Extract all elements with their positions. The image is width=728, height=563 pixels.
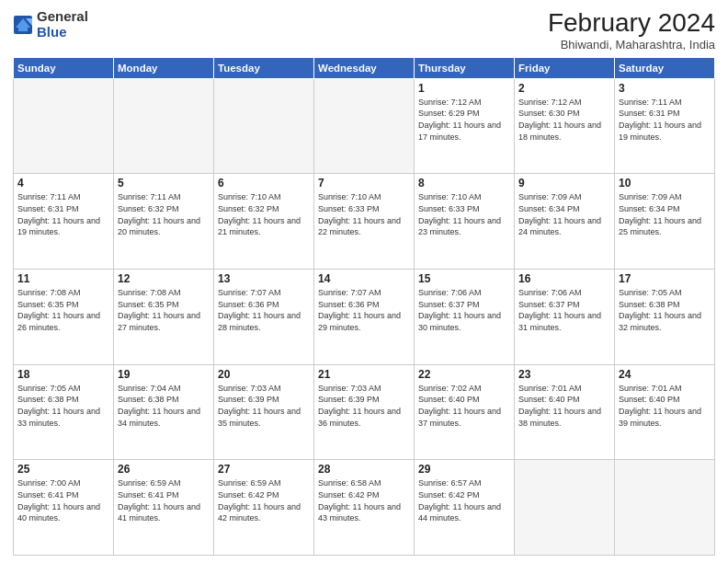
- day-number: 19: [118, 368, 210, 381]
- main-title: February 2024: [548, 9, 715, 38]
- logo: General Blue: [13, 9, 88, 40]
- week-row-3: 18Sunrise: 7:05 AM Sunset: 6:38 PM Dayli…: [14, 364, 715, 460]
- day-info: Sunrise: 7:08 AM Sunset: 6:35 PM Dayligh…: [17, 287, 109, 333]
- weekday-header-monday: Monday: [114, 57, 214, 78]
- day-number: 3: [619, 82, 711, 95]
- week-row-2: 11Sunrise: 7:08 AM Sunset: 6:35 PM Dayli…: [14, 270, 715, 365]
- day-cell: 17Sunrise: 7:05 AM Sunset: 6:38 PM Dayli…: [615, 270, 715, 365]
- day-info: Sunrise: 7:01 AM Sunset: 6:40 PM Dayligh…: [518, 383, 610, 429]
- day-number: 14: [318, 272, 410, 285]
- day-number: 16: [518, 272, 610, 285]
- day-number: 6: [218, 177, 310, 190]
- day-info: Sunrise: 6:59 AM Sunset: 6:42 PM Dayligh…: [218, 477, 310, 523]
- day-info: Sunrise: 7:05 AM Sunset: 6:38 PM Dayligh…: [619, 287, 711, 333]
- weekday-header-tuesday: Tuesday: [214, 57, 314, 78]
- day-cell: 5Sunrise: 7:11 AM Sunset: 6:32 PM Daylig…: [114, 174, 214, 270]
- logo-blue: Blue: [37, 25, 88, 40]
- day-number: 5: [118, 177, 210, 190]
- calendar-body: 1Sunrise: 7:12 AM Sunset: 6:29 PM Daylig…: [14, 78, 715, 555]
- day-info: Sunrise: 7:04 AM Sunset: 6:38 PM Dayligh…: [118, 383, 210, 429]
- day-cell: 11Sunrise: 7:08 AM Sunset: 6:35 PM Dayli…: [14, 270, 114, 365]
- day-number: 28: [318, 463, 410, 476]
- calendar-page: General Blue February 2024 Bhiwandi, Mah…: [0, 0, 728, 563]
- day-cell: 20Sunrise: 7:03 AM Sunset: 6:39 PM Dayli…: [214, 364, 314, 460]
- day-info: Sunrise: 6:58 AM Sunset: 6:42 PM Dayligh…: [318, 477, 410, 523]
- weekday-header-sunday: Sunday: [14, 57, 114, 78]
- day-number: 29: [418, 463, 510, 476]
- day-cell: 1Sunrise: 7:12 AM Sunset: 6:29 PM Daylig…: [415, 78, 515, 174]
- day-info: Sunrise: 7:06 AM Sunset: 6:37 PM Dayligh…: [418, 287, 510, 333]
- day-number: 4: [17, 177, 109, 190]
- day-info: Sunrise: 7:10 AM Sunset: 6:33 PM Dayligh…: [318, 191, 410, 237]
- day-info: Sunrise: 7:12 AM Sunset: 6:29 PM Dayligh…: [418, 97, 510, 143]
- logo-general: General: [37, 9, 88, 25]
- logo-text: General Blue: [37, 9, 88, 40]
- day-info: Sunrise: 7:11 AM Sunset: 6:31 PM Dayligh…: [619, 97, 711, 143]
- day-info: Sunrise: 7:05 AM Sunset: 6:38 PM Dayligh…: [17, 383, 109, 429]
- week-row-4: 25Sunrise: 7:00 AM Sunset: 6:41 PM Dayli…: [14, 460, 715, 556]
- day-number: 18: [17, 368, 109, 381]
- day-info: Sunrise: 7:02 AM Sunset: 6:40 PM Dayligh…: [418, 383, 510, 429]
- day-info: Sunrise: 7:01 AM Sunset: 6:40 PM Dayligh…: [619, 383, 711, 429]
- day-info: Sunrise: 7:09 AM Sunset: 6:34 PM Dayligh…: [619, 191, 711, 237]
- day-cell: [615, 460, 715, 556]
- day-cell: 16Sunrise: 7:06 AM Sunset: 6:37 PM Dayli…: [515, 270, 615, 365]
- day-number: 12: [118, 272, 210, 285]
- day-number: 27: [218, 463, 310, 476]
- day-cell: 8Sunrise: 7:10 AM Sunset: 6:33 PM Daylig…: [415, 174, 515, 270]
- day-number: 1: [418, 82, 510, 95]
- day-number: 26: [118, 463, 210, 476]
- day-info: Sunrise: 6:57 AM Sunset: 6:42 PM Dayligh…: [418, 477, 510, 523]
- day-info: Sunrise: 7:03 AM Sunset: 6:39 PM Dayligh…: [218, 383, 310, 429]
- day-cell: [214, 78, 314, 174]
- day-cell: 25Sunrise: 7:00 AM Sunset: 6:41 PM Dayli…: [14, 460, 114, 556]
- day-number: 2: [518, 82, 610, 95]
- day-info: Sunrise: 7:03 AM Sunset: 6:39 PM Dayligh…: [318, 383, 410, 429]
- day-cell: 29Sunrise: 6:57 AM Sunset: 6:42 PM Dayli…: [415, 460, 515, 556]
- weekday-header-saturday: Saturday: [615, 57, 715, 78]
- day-number: 7: [318, 177, 410, 190]
- day-number: 22: [418, 368, 510, 381]
- day-cell: [314, 78, 415, 174]
- day-info: Sunrise: 7:00 AM Sunset: 6:41 PM Dayligh…: [17, 477, 109, 523]
- day-info: Sunrise: 7:10 AM Sunset: 6:33 PM Dayligh…: [418, 191, 510, 237]
- day-cell: 21Sunrise: 7:03 AM Sunset: 6:39 PM Dayli…: [314, 364, 415, 460]
- day-number: 25: [17, 463, 109, 476]
- day-number: 9: [518, 177, 610, 190]
- week-row-1: 4Sunrise: 7:11 AM Sunset: 6:31 PM Daylig…: [14, 174, 715, 270]
- day-info: Sunrise: 7:08 AM Sunset: 6:35 PM Dayligh…: [118, 287, 210, 333]
- day-cell: 7Sunrise: 7:10 AM Sunset: 6:33 PM Daylig…: [314, 174, 415, 270]
- logo-icon: [13, 15, 33, 35]
- day-cell: 14Sunrise: 7:07 AM Sunset: 6:36 PM Dayli…: [314, 270, 415, 365]
- day-cell: 27Sunrise: 6:59 AM Sunset: 6:42 PM Dayli…: [214, 460, 314, 556]
- day-info: Sunrise: 7:10 AM Sunset: 6:32 PM Dayligh…: [218, 191, 310, 237]
- day-number: 23: [518, 368, 610, 381]
- day-cell: [14, 78, 114, 174]
- day-number: 21: [318, 368, 410, 381]
- day-cell: 15Sunrise: 7:06 AM Sunset: 6:37 PM Dayli…: [415, 270, 515, 365]
- day-cell: 10Sunrise: 7:09 AM Sunset: 6:34 PM Dayli…: [615, 174, 715, 270]
- day-cell: 3Sunrise: 7:11 AM Sunset: 6:31 PM Daylig…: [615, 78, 715, 174]
- day-cell: [114, 78, 214, 174]
- day-info: Sunrise: 7:11 AM Sunset: 6:32 PM Dayligh…: [118, 191, 210, 237]
- weekday-header-wednesday: Wednesday: [314, 57, 415, 78]
- day-info: Sunrise: 7:07 AM Sunset: 6:36 PM Dayligh…: [318, 287, 410, 333]
- weekday-header-row: SundayMondayTuesdayWednesdayThursdayFrid…: [14, 57, 715, 78]
- week-row-0: 1Sunrise: 7:12 AM Sunset: 6:29 PM Daylig…: [14, 78, 715, 174]
- day-number: 20: [218, 368, 310, 381]
- calendar-table: SundayMondayTuesdayWednesdayThursdayFrid…: [13, 57, 715, 556]
- day-cell: 4Sunrise: 7:11 AM Sunset: 6:31 PM Daylig…: [14, 174, 114, 270]
- day-info: Sunrise: 7:11 AM Sunset: 6:31 PM Dayligh…: [17, 191, 109, 237]
- weekday-header-thursday: Thursday: [415, 57, 515, 78]
- title-block: February 2024 Bhiwandi, Maharashtra, Ind…: [548, 9, 715, 52]
- day-number: 24: [619, 368, 711, 381]
- day-cell: 26Sunrise: 6:59 AM Sunset: 6:41 PM Dayli…: [114, 460, 214, 556]
- day-cell: 9Sunrise: 7:09 AM Sunset: 6:34 PM Daylig…: [515, 174, 615, 270]
- day-cell: 24Sunrise: 7:01 AM Sunset: 6:40 PM Dayli…: [615, 364, 715, 460]
- day-cell: 2Sunrise: 7:12 AM Sunset: 6:30 PM Daylig…: [515, 78, 615, 174]
- day-info: Sunrise: 7:09 AM Sunset: 6:34 PM Dayligh…: [518, 191, 610, 237]
- day-info: Sunrise: 6:59 AM Sunset: 6:41 PM Dayligh…: [118, 477, 210, 523]
- day-cell: 19Sunrise: 7:04 AM Sunset: 6:38 PM Dayli…: [114, 364, 214, 460]
- day-info: Sunrise: 7:07 AM Sunset: 6:36 PM Dayligh…: [218, 287, 310, 333]
- day-cell: [515, 460, 615, 556]
